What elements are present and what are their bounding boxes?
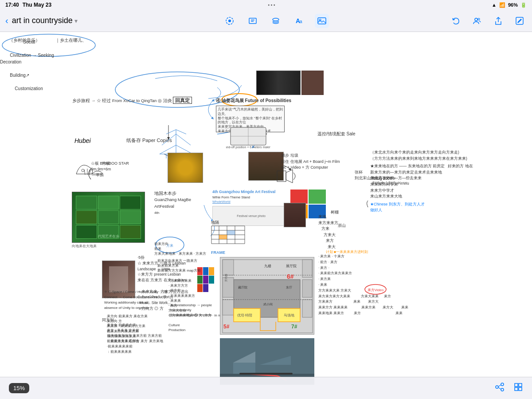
battery-icon: 🔋: [520, 2, 527, 8]
svg-point-5: [273, 18, 279, 21]
cspace-notes: ✧ C-Space / Come / Home / Away → 地 Conne…: [104, 289, 173, 311]
svg-rect-57: [223, 277, 234, 297]
remote-situation-text: 遥控/情境配套 Sale: [317, 131, 356, 137]
svg-text:Stand-off position + 6 meters : Stand-off position + 6 meters making t: [226, 146, 270, 149]
back-button[interactable]: ‹: [5, 16, 8, 26]
right-bottom-notes: · 来方来 · 十来方 · 前方 · 来方 · 来方 · · 来来前方来方来来方…: [318, 254, 527, 316]
green-cards-caption: 向地来在大地来: [72, 244, 97, 249]
zoom-badge[interactable]: 15%: [9, 383, 29, 393]
status-center: • • •: [268, 3, 275, 8]
svg-rect-38: [277, 171, 286, 182]
bamboo-photo: [168, 153, 203, 183]
floor-plan-map: 九楼 展厅院 藏厅院 东厅 武小间 优培·特陪 马场地 6# 5# 7# 开闭廊: [220, 257, 314, 335]
text-box-tool[interactable]: [246, 14, 260, 28]
jihua-label: 计划 ■一来来来来方进时刻: [326, 249, 368, 254]
guangzhou-festival: 4th Guangzhou Mingde Art Festival WiNe F…: [212, 190, 290, 226]
svg-marker-39: [286, 170, 293, 183]
svg-text:武小间: 武小间: [263, 303, 273, 306]
svg-text:东厅: 东厅: [286, 286, 292, 289]
svg-rect-50: [219, 235, 227, 239]
bottom-icons: [495, 382, 523, 394]
bottom-bar: 15%: [0, 377, 532, 399]
bottom-left-large-notes: 来方向 前来来方来 来方 · 来来来 方来前 前来前来方向方 方来方前 方来方前…: [107, 323, 209, 355]
green-cards-image: 代现艺术在乡: [72, 192, 145, 243]
note-content: （乡村的音乐） ｜乡土在哪儿、 Social Civilization → Se…: [0, 32, 532, 399]
svg-text:开闭廊: 开闭廊: [224, 274, 227, 282]
svg-rect-8: [318, 18, 326, 24]
svg-text:7#: 7#: [291, 324, 297, 330]
svg-line-25: [162, 134, 176, 145]
svg-line-95: [498, 385, 501, 387]
edit-button[interactable]: [512, 14, 527, 28]
svg-rect-82: [260, 365, 291, 374]
svg-point-93: [501, 383, 504, 386]
toolbar-center: A a: [103, 14, 449, 28]
photo-tool[interactable]: [315, 14, 329, 28]
toolbar: ‹ art in countryside ▾: [0, 10, 532, 32]
shupeng-label: 树棚: [331, 209, 339, 215]
hubei-text: Hubei: [74, 137, 91, 144]
svg-text:马场地: 马场地: [284, 313, 294, 317]
svg-text:来方Video: 来方Video: [368, 288, 384, 292]
people-button[interactable]: [470, 14, 484, 28]
signal-icon: ▲: [492, 2, 497, 8]
svg-point-10: [475, 18, 477, 21]
title-text: art in countryside: [12, 16, 73, 25]
scroll-indicator: [239, 373, 293, 375]
bamboo-label: 竹板: [91, 161, 110, 166]
status-right: ▲ 📶 96% 🔋: [492, 2, 527, 8]
svg-line-96: [498, 387, 501, 389]
svg-point-34: [82, 169, 84, 172]
svg-line-26: [176, 134, 191, 145]
time: 17:40: [5, 2, 19, 8]
svg-point-94: [501, 388, 504, 391]
date: Thu May 23: [23, 2, 51, 8]
travel-route-text: 乡步旅程 → ☆ 经过 From XoCar to QingTan ◎ 治炎 回…: [72, 97, 192, 104]
toolbar-left: ‹ art in countryside ▾: [5, 16, 103, 26]
title-chevron[interactable]: ▾: [74, 17, 78, 24]
notes-below-oval: 前来方向 前来方来大来地来 · 来方来来 · 方来方: [154, 241, 206, 257]
svg-text:展厅院: 展厅院: [286, 264, 297, 268]
frame-grid: [209, 224, 247, 252]
svg-line-24: [176, 130, 186, 134]
rong-label: Rong 200?到东来山到方 PinWu: [372, 176, 409, 186]
svg-line-23: [166, 130, 176, 134]
svg-text:5#: 5#: [223, 324, 230, 330]
svg-text:6#: 6#: [287, 273, 294, 280]
status-bar: 17:40 Thu May 23 • • • ▲ 📶 96% 🔋: [0, 0, 532, 10]
grid-view-icon[interactable]: [513, 382, 523, 394]
svg-rect-61: [302, 300, 312, 317]
mao-bei-text: 地国木本步 GuanZhang MagBe ArtFestival 4th: [154, 190, 191, 216]
canvas-area[interactable]: （乡村的音乐） ｜乡土在哪儿、 Social Civilization → Se…: [0, 32, 532, 399]
svg-text:九楼: 九楼: [264, 264, 271, 268]
wifi-icon: 📶: [499, 2, 505, 8]
toolbar-right: [449, 14, 527, 28]
layers-tool[interactable]: [269, 14, 283, 28]
svg-point-11: [478, 18, 480, 20]
undo-button[interactable]: [449, 14, 463, 28]
svg-point-92: [496, 386, 498, 388]
lasso-tool[interactable]: [223, 14, 237, 28]
document-title: art in countryside ▾: [12, 16, 78, 25]
svg-rect-56: [223, 260, 234, 275]
svg-rect-97: [515, 383, 518, 387]
bamboo-extra: —单插: [92, 172, 104, 178]
status-left: 17:40 Thu May 23: [5, 2, 51, 8]
svg-rect-80: [233, 363, 255, 374]
share-button[interactable]: [491, 14, 505, 28]
svg-rect-99: [515, 387, 518, 391]
battery-percent: 96%: [508, 2, 518, 8]
zheshan-label: 浙山: [338, 223, 346, 229]
organize-icon[interactable]: [495, 382, 505, 394]
photo-warm-1: [301, 71, 324, 95]
font-tool[interactable]: A a: [292, 14, 306, 28]
svg-text:优培·特陪: 优培·特陪: [237, 313, 252, 317]
arch-sketch-box: Stand-off position + 6 meters making t: [226, 125, 270, 151]
frame-label: FRAME: [211, 250, 225, 255]
suo-annotation: 来方Video: [364, 284, 388, 297]
svg-rect-58: [223, 300, 234, 315]
speaker-sketch: [275, 167, 301, 187]
right-middle-notes: 来地 来方来来方 方来 方来大 来方 来大: [318, 214, 376, 250]
svg-rect-59: [302, 260, 312, 277]
svg-rect-60: [302, 280, 312, 297]
